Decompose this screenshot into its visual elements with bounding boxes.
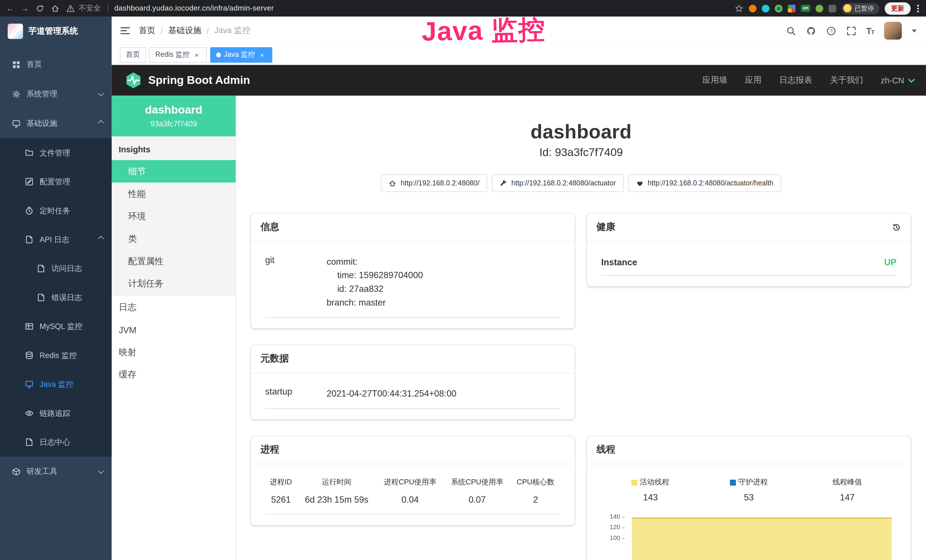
process-col-header: 运行时间 <box>297 473 377 495</box>
address-bar-url[interactable]: dashboard.yudao.iocoder.cn/infra/admin-s… <box>114 4 274 12</box>
legend-daemon-threads: 守护进程 53 <box>699 477 798 502</box>
sba-brand[interactable]: Spring Boot Admin <box>125 72 250 89</box>
chevron-up-icon <box>98 120 104 126</box>
tab-home[interactable]: 首页 <box>120 47 146 62</box>
metadata-value: 2021-04-27T00:44:31.254+08:00 <box>327 386 560 400</box>
wrench-icon <box>500 179 507 187</box>
user-avatar[interactable] <box>884 22 902 40</box>
process-cpu: 0.04 <box>377 494 444 514</box>
sba-item-mappings[interactable]: 映射 <box>112 341 236 363</box>
cpu-cores: 2 <box>511 494 561 514</box>
back-icon[interactable]: ← <box>6 3 14 13</box>
font-size-icon[interactable]: TT <box>866 26 874 36</box>
sidebar-item-tracing[interactable]: 链路追踪 <box>0 399 112 428</box>
sba-item-config-props[interactable]: 配置属性 <box>112 250 236 272</box>
bookmark-star-icon[interactable] <box>735 4 744 12</box>
forward-icon[interactable]: → <box>21 3 29 13</box>
extension-icon[interactable] <box>749 5 757 12</box>
tab-java-monitor[interactable]: Java 监控 <box>210 47 272 62</box>
question-icon[interactable]: ? <box>826 26 836 36</box>
sba-item-caches[interactable]: 缓存 <box>112 363 236 386</box>
sba-nav-applications[interactable]: 应用 <box>745 75 761 86</box>
actuator-url-link[interactable]: http://192.168.0.2:48080/actuator <box>492 174 623 192</box>
sba-nav-wall[interactable]: 应用墙 <box>702 75 727 86</box>
document-icon <box>25 235 34 244</box>
health-card-title: 健康 <box>597 221 616 233</box>
sidebar-item-home[interactable]: 首页 <box>0 50 112 79</box>
info-line: commit: <box>327 255 560 268</box>
search-icon[interactable] <box>786 26 796 36</box>
sba-item-logs[interactable]: 日志 <box>112 296 236 318</box>
sidebar-item-log-center[interactable]: 日志中心 <box>0 428 112 456</box>
health-url-link[interactable]: http://192.168.0.2:48080/actuator/health <box>628 174 781 192</box>
page-head: dashboard Id: 93a3fc7f7409 <box>236 120 926 159</box>
peak-threads-value: 147 <box>798 492 896 502</box>
process-col-header: CPU核心数 <box>511 473 561 495</box>
security-indicator[interactable]: 不安全 <box>66 3 101 13</box>
sidebar-item-infrastructure[interactable]: 基础设施 <box>0 109 112 138</box>
tab-close-icon[interactable] <box>192 50 201 59</box>
metadata-row-startup: startup 2021-04-27T00:44:31.254+08:00 <box>265 382 560 409</box>
sba-nav-journal[interactable]: 日志报表 <box>779 75 812 86</box>
app-logo[interactable]: 芋道管理系统 <box>0 17 112 46</box>
table-icon <box>25 322 34 331</box>
legend-peak-threads: 线程峰值 147 <box>798 477 896 502</box>
profile-avatar-icon <box>843 4 852 12</box>
breadcrumb-home[interactable]: 首页 <box>139 26 156 36</box>
sidebar-item-redis-monitor[interactable]: Redis 监控 <box>0 341 112 370</box>
sidebar-item-scheduled-tasks[interactable]: 定时任务 <box>0 196 112 225</box>
extension-icon[interactable] <box>775 5 782 12</box>
browser-menu-icon[interactable] <box>916 3 920 13</box>
sidebar-item-dev-tools[interactable]: 研发工具 <box>0 457 112 486</box>
sba-nav-about[interactable]: 关于我们 <box>830 75 863 86</box>
tab-close-icon[interactable] <box>258 50 266 59</box>
sba-item-details[interactable]: 细节 <box>112 160 236 183</box>
instance-header[interactable]: dashboard 93a3fc7f7409 <box>112 95 236 136</box>
profile-paused-badge[interactable]: 已暂停 <box>841 3 879 14</box>
sidebar-item-access-log[interactable]: 访问日志 <box>0 254 112 283</box>
chevron-down-icon <box>98 468 104 473</box>
live-threads-area <box>632 518 892 560</box>
topbar-actions: ? TT <box>786 22 926 40</box>
github-icon[interactable] <box>806 26 816 36</box>
process-col-header: 进程CPU使用率 <box>377 473 444 495</box>
sidebar-item-mysql-monitor[interactable]: MySQL 监控 <box>0 312 112 341</box>
extension-icon[interactable] <box>788 5 796 12</box>
sba-item-scheduled-tasks[interactable]: 计划任务 <box>112 272 236 295</box>
sba-item-environment[interactable]: 环境 <box>112 205 236 228</box>
sidebar-item-system-management[interactable]: 系统管理 <box>0 79 112 109</box>
breadcrumb-infrastructure[interactable]: 基础设施 <box>168 26 201 36</box>
sba-locale-select[interactable]: zh-CN <box>881 76 913 85</box>
reload-icon[interactable] <box>35 4 44 12</box>
process-table: 进程ID 运行时间 进程CPU使用率 系统CPU使用率 CPU核心数 5261 … <box>265 473 560 515</box>
sidebar-item-file-management[interactable]: 文件管理 <box>0 138 112 167</box>
threads-card-title: 线程 <box>597 443 616 456</box>
sidebar-item-error-log[interactable]: 错误日志 <box>0 283 112 312</box>
threads-chart: 140 120 100 <box>601 509 896 560</box>
sidebar-item-config-management[interactable]: 配置管理 <box>0 167 112 196</box>
chrome-update-button[interactable]: 更新 <box>885 2 911 14</box>
extension-icon[interactable] <box>762 5 770 12</box>
hamburger-icon[interactable] <box>112 27 139 34</box>
daemon-threads-value: 53 <box>699 492 798 502</box>
sidebar-item-java-monitor[interactable]: Java 监控 <box>0 370 112 398</box>
sba-item-classes[interactable]: 类 <box>112 227 236 250</box>
sidebar-item-api-log[interactable]: API 日志 <box>0 225 112 254</box>
document-icon <box>36 264 45 273</box>
tab-redis-monitor[interactable]: Redis 监控 <box>150 47 207 62</box>
sba-item-jvm[interactable]: JVM <box>112 318 236 341</box>
sba-item-metrics[interactable]: 性能 <box>112 183 236 205</box>
history-icon[interactable] <box>892 222 901 232</box>
sba-navbar: Spring Boot Admin 应用墙 应用 日志报表 关于我们 zh-CN <box>112 65 926 96</box>
fullscreen-icon[interactable] <box>846 26 856 36</box>
app-title: 芋道管理系统 <box>28 26 78 36</box>
home-icon[interactable] <box>51 4 60 12</box>
info-key: git <box>265 255 327 309</box>
extension-icon[interactable] <box>816 5 823 12</box>
avatar-caret-icon[interactable] <box>912 29 917 32</box>
annotation-java-monitor: Java 监控 <box>422 12 546 50</box>
extension-on-badge[interactable]: on <box>801 5 810 12</box>
service-url-link[interactable]: http://192.168.0.2:48080/ <box>381 174 487 192</box>
threads-legend: 活动线程 143 守护进程 53 线程峰值 147 <box>601 473 896 502</box>
extension-puzzle-icon[interactable] <box>828 5 836 12</box>
